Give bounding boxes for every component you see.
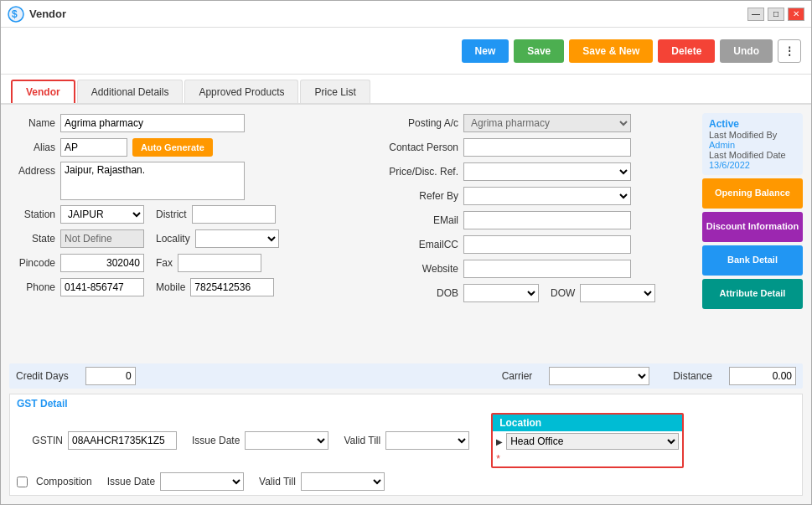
state-label: State [9, 233, 55, 245]
left-section: Name Alias Auto Generate Address Jaipu [9, 113, 370, 358]
station-district-row: Station JAIPUR District [9, 204, 370, 224]
status-box: Active Last Modified By Admin Last Modif… [702, 113, 803, 175]
address-label: Address [9, 165, 55, 177]
phone-label: Phone [9, 281, 55, 293]
fax-input[interactable] [178, 254, 261, 272]
issue-date2-select[interactable] [160, 472, 244, 491]
refer-by-row: Refer By [383, 186, 696, 206]
posting-ac-row: Posting A/c Agrima pharmacy [383, 113, 696, 133]
price-disc-ref-label: Price/Disc. Ref. [383, 166, 458, 178]
more-button[interactable]: ⋮ [778, 39, 801, 63]
location-header: Location [493, 415, 682, 431]
address-input[interactable]: Jaipur, Rajasthan. [60, 162, 245, 200]
posting-ac-select[interactable]: Agrima pharmacy [463, 114, 631, 132]
state-locality-row: State Locality [9, 229, 370, 249]
alias-row: Alias Auto Generate [9, 137, 370, 157]
composition-checkbox[interactable] [17, 477, 28, 487]
undo-button[interactable]: Undo [720, 39, 773, 63]
dow-select[interactable] [580, 284, 655, 302]
composition-label: Composition [36, 476, 92, 487]
valid-till-label: Valid Till [344, 435, 380, 446]
valid-till2-select[interactable] [301, 472, 385, 491]
distance-input[interactable] [729, 367, 796, 385]
issue-date-select[interactable] [245, 431, 328, 450]
dow-label: DOW [551, 287, 575, 299]
tab-approved-products[interactable]: Approved Products [184, 80, 298, 103]
gst-detail-title: GST Detail [17, 398, 795, 410]
credit-days-input[interactable] [85, 367, 136, 385]
website-label: Website [383, 263, 458, 275]
save-new-button[interactable]: Save & New [569, 39, 653, 63]
autogen-button[interactable]: Auto Generate [132, 138, 213, 157]
location-expand-icon[interactable]: ▶ [496, 437, 503, 446]
tab-price-list[interactable]: Price List [300, 80, 370, 103]
composition-row: Composition Issue Date Valid Till [17, 472, 795, 492]
refer-by-label: Refer By [383, 190, 458, 202]
delete-button[interactable]: Delete [658, 39, 715, 63]
toolbar: New Save Save & New Delete Undo ⋮ [1, 28, 811, 75]
dob-label: DOB [383, 287, 458, 299]
email-input[interactable] [463, 211, 631, 229]
name-row: Name [9, 113, 370, 133]
save-button[interactable]: Save [514, 39, 564, 63]
tab-additional-details[interactable]: Additional Details [77, 80, 184, 103]
valid-till-select[interactable] [385, 431, 469, 450]
price-disc-ref-row: Price/Disc. Ref. [383, 162, 696, 182]
fax-label: Fax [156, 257, 173, 269]
attribute-detail-button[interactable]: Attribute Detail [702, 279, 803, 309]
location-select[interactable]: Head Office [506, 433, 679, 450]
last-modified-by-label: Last Modified By [709, 130, 796, 140]
discount-information-button[interactable]: Discount Information [702, 212, 803, 242]
form-content: Name Alias Auto Generate Address Jaipu [1, 105, 811, 504]
status-panel: Active Last Modified By Admin Last Modif… [702, 113, 803, 358]
pincode-fax-row: Pincode Fax [9, 253, 370, 273]
gstin-input[interactable] [68, 431, 177, 450]
name-input[interactable] [60, 114, 245, 132]
app-icon: $ [8, 6, 24, 23]
phone-input[interactable] [60, 278, 144, 296]
pincode-input[interactable] [60, 254, 144, 272]
carrier-select[interactable] [549, 367, 649, 385]
pincode-label: Pincode [9, 257, 55, 269]
name-label: Name [9, 117, 55, 129]
state-input [60, 229, 144, 248]
tab-vendor[interactable]: Vendor [11, 80, 75, 103]
window-title: Vendor [29, 8, 747, 20]
dob-dow-row: DOB DOW [383, 283, 696, 303]
emailcc-input[interactable] [463, 235, 631, 254]
price-disc-ref-select[interactable] [463, 162, 631, 181]
svg-text:$: $ [12, 8, 18, 20]
contact-person-row: Contact Person [383, 137, 696, 157]
opening-balance-button[interactable]: Opening Balance [702, 178, 803, 209]
station-select[interactable]: JAIPUR [60, 205, 144, 224]
issue-date2-label: Issue Date [107, 476, 155, 487]
alias-input[interactable] [60, 138, 127, 157]
website-input[interactable] [463, 260, 631, 278]
vendor-window: $ Vendor — □ ✕ New Save Save & New Delet… [0, 0, 812, 505]
refer-by-select[interactable] [463, 187, 631, 205]
district-input[interactable] [192, 205, 276, 224]
locality-select[interactable] [195, 229, 279, 248]
mobile-label: Mobile [156, 281, 185, 293]
bank-detail-button[interactable]: Bank Detail [702, 245, 803, 276]
distance-label: Distance [673, 370, 712, 382]
valid-till2-label: Valid Till [259, 476, 296, 487]
email-row: EMail [383, 210, 696, 230]
last-modified-date-label: Last Modified Date [709, 150, 796, 160]
dob-select[interactable] [463, 284, 539, 302]
close-button[interactable]: ✕ [788, 8, 804, 21]
posting-ac-label: Posting A/c [383, 117, 458, 129]
gstin-row: GSTIN Issue Date Valid Till Location [17, 413, 795, 468]
minimize-button[interactable]: — [747, 8, 764, 21]
locality-label: Locality [156, 233, 190, 245]
district-label: District [156, 209, 187, 220]
mobile-input[interactable] [190, 278, 274, 296]
maximize-button[interactable]: □ [768, 8, 784, 21]
station-label: Station [9, 209, 55, 220]
credit-days-label: Credit Days [16, 370, 69, 382]
issue-date-label: Issue Date [192, 435, 240, 446]
contact-person-input[interactable] [463, 138, 631, 157]
new-button[interactable]: New [462, 39, 509, 63]
location-star: * [496, 453, 679, 465]
alias-label: Alias [9, 142, 55, 153]
